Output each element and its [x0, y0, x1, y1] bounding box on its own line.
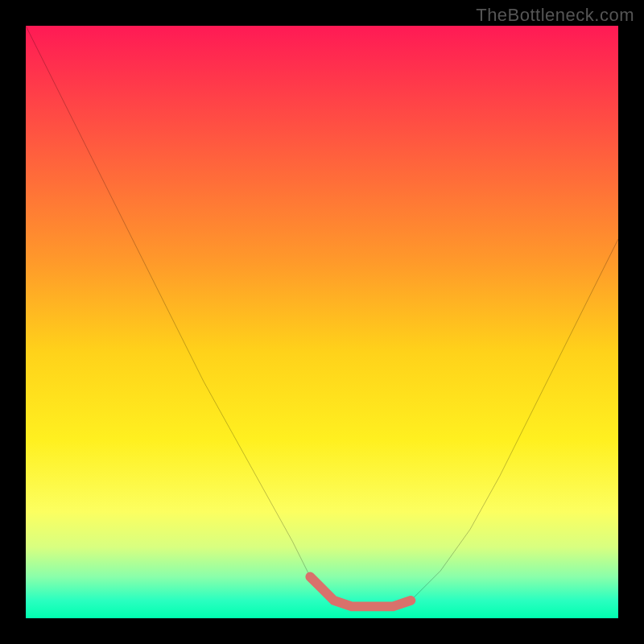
bottleneck-curve [26, 26, 618, 606]
plot-area [26, 26, 618, 618]
chart-frame: TheBottleneck.com [0, 0, 644, 644]
highlight-band [310, 576, 411, 606]
curve-overlay [26, 26, 618, 618]
watermark-text: TheBottleneck.com [476, 5, 634, 26]
